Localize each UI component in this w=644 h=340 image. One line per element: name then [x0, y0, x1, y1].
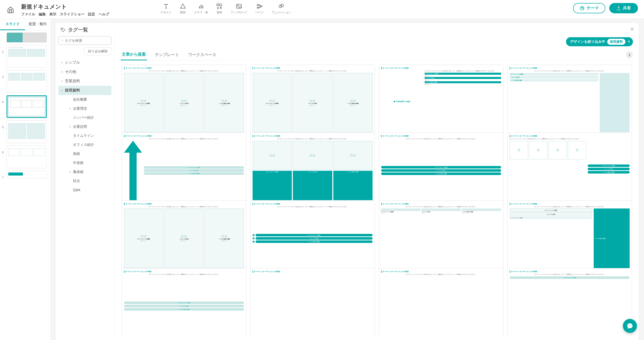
svg-point-6	[237, 5, 238, 6]
template-card[interactable]: ターゲットオーディエンスの特定ターゲットオーディエンスを特定することで、効果的な…	[379, 133, 503, 202]
slide-thumb-6[interactable]	[7, 146, 47, 168]
tag-item-child[interactable]: 中表紙	[58, 158, 111, 167]
tag-item-child[interactable]: 会社概要	[58, 95, 111, 104]
tag-item[interactable]: 採用資料	[58, 86, 111, 95]
template-card[interactable]: ターゲットオーディエンスの特定ターゲットオーディエンスを特定することで、効果的な…	[122, 200, 246, 270]
template-card[interactable]: ターゲットオーディエンスの特定ターゲットオーディエンスを特定することで、効果的な…	[507, 133, 632, 202]
template-card[interactable]: ターゲットオーディエンスの特定ターゲットオーディエンスを特定することで、効果的な…	[122, 268, 246, 336]
svg-point-14	[582, 7, 583, 8]
menu-edit[interactable]: 編集	[39, 12, 46, 17]
slide-thumb-4[interactable]	[7, 95, 47, 118]
template-card[interactable]: ターゲットオーディエンスの特定ターゲットオーディエンスを特定することで、効果的な…	[250, 65, 375, 135]
tag-item-child[interactable]: Q&A	[58, 186, 111, 194]
slide-thumb-3[interactable]	[7, 70, 47, 93]
chart-icon	[198, 3, 205, 10]
tag-list: シンプルその他営業資料採用資料会社概要企業理念メンバー紹介企業説明タイムラインオ…	[58, 58, 111, 194]
slide-thumbnails[interactable]: 2パーソナルブランディングとは？ 3 4 5 6 7	[0, 30, 50, 340]
tag-item[interactable]: その他	[58, 67, 111, 76]
filter-chip-close[interactable]	[627, 40, 630, 44]
slide-thumb-1[interactable]	[7, 32, 47, 42]
menu-file[interactable]: ファイル	[21, 12, 35, 17]
chevron-right-icon	[60, 70, 63, 73]
tag-item-child[interactable]: 目次	[58, 177, 111, 186]
clear-filter-button[interactable]: 絞り込み解除	[84, 47, 111, 55]
tag-item[interactable]: 営業資料	[58, 76, 111, 86]
template-card[interactable]: ターゲットオーディエンスの特定ターゲットオーディエンスを特定することで、効果的な…	[507, 65, 632, 135]
template-card[interactable]: ターゲットオーディエンスの特定ターゲットオーディエンスを特定することで、効果的な…	[507, 268, 632, 336]
svg-point-4	[220, 4, 222, 6]
assets-icon	[216, 3, 223, 10]
tab-suggest[interactable]: 文章から提案	[121, 49, 147, 60]
sidebar-tab-slides[interactable]: スライド	[0, 19, 25, 30]
toolbar: テキスト 図形 グラフ・表 素材 アップロード パーツ	[160, 3, 291, 14]
tool-text[interactable]: テキスト	[160, 3, 172, 14]
tag-item-child[interactable]: 企業理念	[58, 104, 111, 113]
tool-assets[interactable]: 素材	[216, 3, 223, 14]
template-card[interactable]: ターゲットオーディエンスの特定ターゲットオーディエンスを特定することで、効果的な…	[379, 268, 503, 336]
template-card[interactable]: ターゲットオーディエンスの特定ターゲットオーディエンスを特定することで、効果的な…	[250, 200, 375, 270]
template-grid[interactable]: ターゲットオーディエンスの特定ターゲットオーディエンスを特定することで、効果的な…	[121, 61, 633, 336]
tag-item-child[interactable]: 裏表紙	[58, 167, 111, 177]
svg-rect-2	[202, 6, 203, 9]
tag-item[interactable]: シンプル	[58, 58, 111, 67]
tag-search[interactable]	[58, 36, 111, 45]
svg-point-19	[630, 325, 631, 326]
filter-chip-tag: 採用資料	[607, 39, 625, 45]
svg-point-15	[583, 8, 583, 9]
slide-thumb-7[interactable]	[7, 171, 47, 178]
slide-thumb-5[interactable]	[7, 120, 47, 143]
menu-help[interactable]: ヘルプ	[99, 12, 109, 17]
chevron-right-icon	[68, 125, 71, 128]
svg-point-10	[279, 5, 282, 8]
svg-rect-3	[217, 4, 219, 6]
sidebar-tab-arrange[interactable]: 配置・整列	[25, 19, 50, 30]
close-icon	[630, 27, 634, 31]
upload-icon	[236, 3, 242, 10]
tool-shape[interactable]: 図形	[180, 3, 186, 14]
menu-slideshow[interactable]: スライドショー	[60, 12, 85, 17]
template-card[interactable]: ターゲットオーディエンスの特定ターゲットオーディエンスを特定することで、効果的な…	[250, 133, 375, 202]
svg-point-16	[62, 28, 62, 29]
template-card[interactable]: ターゲットオーディエンスの特定ターゲットオーディエンスを特定することで、効果的な…	[122, 133, 246, 202]
tool-chart[interactable]: グラフ・表	[194, 3, 208, 14]
menu-settings[interactable]: 設定	[88, 12, 95, 17]
content-tabs: 文章から提案 テンプレート ワークスペース 1	[121, 49, 633, 61]
svg-rect-9	[260, 6, 262, 7]
home-button[interactable]	[6, 5, 15, 14]
tag-item-child[interactable]: 表紙	[58, 149, 111, 158]
tool-upload[interactable]: アップロード	[231, 3, 247, 14]
tag-item-child[interactable]: メンバー紹介	[58, 113, 111, 122]
share-button[interactable]: 共有	[609, 3, 638, 13]
chevron-right-icon	[68, 107, 71, 110]
slide-thumb-2[interactable]: パーソナルブランディングとは？	[7, 45, 47, 68]
tab-workspace[interactable]: ワークスペース	[187, 50, 217, 60]
chevron-right-icon	[60, 61, 63, 64]
svg-point-17	[61, 40, 63, 41]
document-title[interactable]: 新規ドキュメント	[21, 3, 109, 11]
chevron-right-icon	[68, 171, 71, 174]
svg-rect-7	[257, 4, 259, 5]
tag-panel: タグ一覧 絞り込み解除 シンプルその他営業資料採用資料会社概要企業理念メンバー紹…	[55, 23, 639, 340]
menu-view[interactable]: 表示	[49, 12, 56, 17]
theme-button[interactable]: テーマ	[573, 3, 605, 13]
svg-point-11	[280, 4, 283, 7]
template-card[interactable]: ターゲットオーディエンスの特定ターゲットオーディエンスを特定することで、効果的な…	[379, 200, 503, 270]
svg-rect-1	[200, 5, 201, 9]
tag-search-input[interactable]	[65, 38, 109, 42]
template-card[interactable]: ターゲットオーディエンスの特定◆ Sample Logoターゲットオーディエンス…	[379, 65, 503, 135]
tab-template[interactable]: テンプレート	[154, 50, 180, 60]
chat-button[interactable]	[623, 319, 637, 333]
count-badge: 1	[626, 51, 633, 58]
tool-parts[interactable]: パーツ	[255, 3, 264, 14]
palette-icon	[580, 6, 585, 11]
tag-item-child[interactable]: タイムライン	[58, 131, 111, 140]
panel-title: タグ一覧	[60, 26, 88, 33]
template-card[interactable]: ターゲットオーディエンスの特定ターゲットオーディエンスを特定することで、効果的な…	[122, 65, 246, 135]
close-button[interactable]	[630, 26, 634, 33]
tool-animation[interactable]: アニメーション	[272, 3, 291, 14]
template-card[interactable]: ターゲットオーディエンスの特定	[250, 268, 375, 336]
tag-item-child[interactable]: オフィス紹介	[58, 140, 111, 149]
template-card[interactable]: ターゲットオーディエンスの特定ターゲットオーディエンスを特定することで、効果的な…	[507, 200, 632, 270]
share-icon	[616, 6, 621, 11]
tag-item-child[interactable]: 企業説明	[58, 122, 111, 131]
